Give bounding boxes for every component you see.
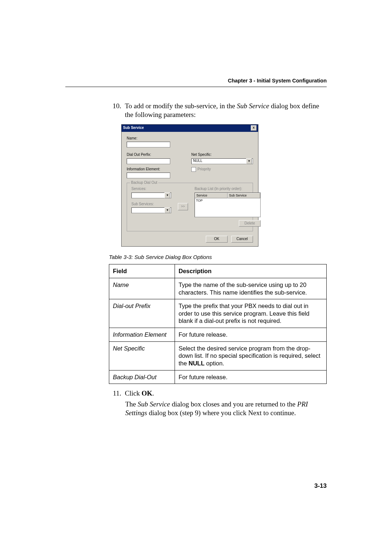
text-bold: OK [142,389,152,397]
close-icon[interactable]: x [251,125,257,131]
cancel-button[interactable]: Cancel [231,236,253,243]
desc-cell: Select the desired service program from … [175,341,327,370]
net-specific-select[interactable]: NULL ▾ [191,158,253,164]
table-caption: Table 3-3: Sub Service Dialog Box Option… [109,254,327,261]
col-description: Description [175,264,327,278]
text-em: Sub Service [138,400,170,408]
desc-cell: For future release. [175,370,327,384]
backup-dial-out-group: Backup Dial Out Services: ▾ Sub Services… [127,183,253,231]
document-page: Chapter 3 - Initial System Configuration… [0,0,392,555]
checkbox-icon [191,167,196,172]
step-10: 10. To add or modify the sub-service, in… [109,102,327,119]
group-title: Backup Dial Out [130,181,158,185]
dialog-title: Sub Service [123,126,251,130]
dialog-body: Name: Dial Out Perfix: Information Eleme… [122,132,258,246]
backup-list-label: Backup List (In priority order): [195,187,261,191]
page-header: Chapter 3 - Initial System Configuration [228,78,327,84]
dial-out-prefix-input[interactable] [127,158,170,164]
table-row: Backup Dial-Out For future release. [109,370,327,384]
text: Click [125,389,142,397]
table-row: Net Specific Select the desired service … [109,341,327,370]
options-table: Field Description Name Type the name of … [109,264,327,384]
text-bold: NULL [189,360,205,366]
table-row: Name Type the name of the sub-service us… [109,278,327,299]
sub-services-label: Sub Services: [131,202,171,207]
body-content: 10. To add or modify the sub-service, in… [109,102,327,417]
text: . [152,389,154,397]
table-head: Service Sub Service [195,193,260,198]
backup-list-table: Service Sub Service TOP [195,193,261,217]
step-text: To add or modify the sub-service, in the… [125,102,327,119]
desc-cell: For future release. [175,328,327,342]
name-input[interactable] [127,142,170,147]
text: option. [205,360,224,366]
delete-row: Delete [195,220,261,227]
step-number: 11. [109,389,121,398]
table-row: Information Element For future release. [109,328,327,342]
information-element-label: Information Element: [127,167,185,172]
ok-button[interactable]: OK [206,236,228,243]
dialog-figure: Sub Service x Name: Dial Out Perfix: Inf… [121,124,327,247]
net-specific-label: Net Specific: [191,153,253,157]
text: The [125,400,138,408]
header-rule [65,86,327,87]
move-right-button[interactable]: >> [178,203,188,210]
col-service: Service [195,193,228,198]
chevron-down-icon: ▾ [164,207,170,213]
dialog-actions: OK Cancel [127,236,253,243]
field-cell: Information Element [109,328,175,342]
field-cell: Backup Dial-Out [109,370,175,384]
text: dialog box (step 9) where you click Next… [147,409,296,417]
services-label: Services: [131,187,171,191]
information-element-input[interactable] [127,173,170,178]
table-row: Dial-out Prefix Type the prefix that you… [109,299,327,328]
priority-checkbox[interactable]: Prioprity [191,167,253,172]
select-value: NULL [192,159,246,163]
delete-button[interactable]: Delete [239,220,261,227]
move-col: >> [178,187,188,227]
name-label: Name: [127,136,253,141]
left-col: Dial Out Perfix: Information Element: [127,153,185,178]
col-field: Field [109,264,175,278]
col-sub-service: Sub Service [228,193,260,198]
sub-services-select[interactable]: ▾ [131,207,171,213]
page-number: 3-13 [314,482,327,490]
field-cell: Dial-out Prefix [109,299,175,328]
desc-cell: Type the prefix that your PBX needs to d… [175,299,327,328]
dialog-titlebar: Sub Service x [122,125,258,132]
table-row: TOP [195,198,260,203]
step-text: Click OK. [125,389,327,398]
group-left: Services: ▾ Sub Services: ▾ [131,187,171,227]
table-header-row: Field Description [109,264,327,278]
step-11-followup: The Sub Service dialog box closes and yo… [125,400,327,417]
field-cell: Name [109,278,175,299]
text: dialog box closes and you are returned t… [170,400,297,408]
services-select[interactable]: ▾ [131,193,171,198]
field-cell: Net Specific [109,341,175,370]
step-number: 10. [109,102,121,119]
dial-out-prefix-label: Dial Out Perfix: [127,153,185,157]
sub-service-dialog: Sub Service x Name: Dial Out Perfix: Inf… [121,124,258,247]
chevron-down-icon: ▾ [164,193,170,198]
group-right: Backup List (In priority order): Service… [195,187,261,227]
right-col: Net Specific: NULL ▾ Prioprity [191,153,253,178]
step-11: 11. Click OK. [109,389,327,398]
desc-cell: Type the name of the sub-service using u… [175,278,327,299]
priority-label: Prioprity [197,167,211,172]
text-em: Sub Service [237,102,269,110]
text: To add or modify the sub-service, in the [125,102,237,110]
chevron-down-icon: ▾ [246,158,252,164]
